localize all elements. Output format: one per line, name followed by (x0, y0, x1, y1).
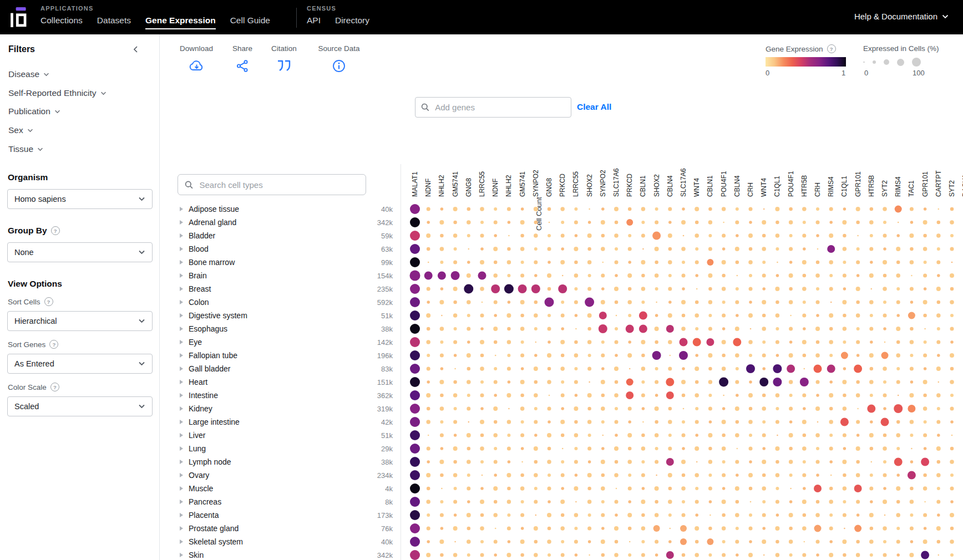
heatmap-dot[interactable] (626, 379, 633, 386)
heatmap-dot[interactable] (749, 274, 752, 277)
heatmap-dot[interactable] (410, 483, 420, 493)
heatmap-dot[interactable] (655, 513, 659, 517)
heatmap-dot[interactable] (802, 420, 807, 424)
heatmap-dot[interactable] (924, 447, 927, 450)
heatmap-dot[interactable] (936, 446, 941, 451)
heatmap-dot[interactable] (910, 540, 914, 543)
heatmap-dot[interactable] (666, 378, 674, 386)
heatmap-dot[interactable] (655, 460, 658, 464)
heatmap-dot[interactable] (683, 408, 685, 410)
heatmap-dot[interactable] (615, 380, 619, 384)
heatmap-dot[interactable] (950, 539, 954, 544)
heatmap-dot[interactable] (938, 381, 940, 383)
heatmap-dot[interactable] (708, 273, 712, 278)
heatmap-dot[interactable] (695, 487, 698, 490)
heatmap-dot[interactable] (480, 500, 484, 504)
heatmap-dot[interactable] (936, 500, 940, 504)
heatmap-dot[interactable] (883, 274, 887, 278)
heatmap-dot[interactable] (829, 420, 833, 424)
heatmap-dot[interactable] (910, 434, 913, 437)
heatmap-dot[interactable] (802, 260, 807, 264)
heatmap-dot[interactable] (802, 446, 807, 451)
heatmap-dot[interactable] (588, 434, 591, 437)
heatmap-dot[interactable] (682, 434, 686, 437)
heatmap-dot[interactable] (601, 274, 605, 278)
heatmap-dot[interactable] (588, 460, 591, 464)
heatmap-dot[interactable] (574, 301, 578, 304)
heatmap-dot[interactable] (615, 460, 619, 464)
heatmap-dot[interactable] (508, 408, 510, 410)
heatmap-dot[interactable] (464, 284, 473, 294)
heatmap-dot[interactable] (816, 287, 819, 291)
heatmap-dot[interactable] (670, 528, 671, 530)
heatmap-dot[interactable] (601, 500, 605, 503)
heatmap-dot[interactable] (814, 485, 822, 492)
organism-dropdown[interactable]: Homo sapiens (7, 189, 153, 209)
heatmap-dot[interactable] (762, 247, 766, 251)
heatmap-dot[interactable] (910, 500, 914, 504)
heatmap-dot[interactable] (440, 513, 444, 517)
heatmap-dot[interactable] (856, 434, 860, 437)
heatmap-dot[interactable] (641, 460, 645, 464)
heatmap-dot[interactable] (856, 221, 860, 225)
heatmap-dot[interactable] (668, 513, 672, 517)
heatmap-dot[interactable] (520, 539, 525, 544)
heatmap-dot[interactable] (722, 247, 726, 251)
heatmap-dot[interactable] (789, 433, 793, 437)
heatmap-dot[interactable] (508, 235, 510, 237)
heatmap-dot[interactable] (467, 527, 471, 531)
tissue-row[interactable]: Colon592k (160, 296, 401, 309)
heatmap-dot[interactable] (896, 314, 900, 317)
heatmap-dot[interactable] (534, 233, 538, 238)
heatmap-dot[interactable] (410, 377, 420, 387)
heatmap-dot[interactable] (547, 273, 551, 278)
gene-label[interactable]: CBLN1 (706, 175, 714, 197)
heatmap-dot[interactable] (426, 340, 430, 344)
tissue-row[interactable]: Bladder59k (160, 229, 401, 242)
gene-label[interactable]: NHLH2 (505, 175, 513, 197)
heatmap-dot[interactable] (843, 486, 847, 491)
heatmap-dot[interactable] (924, 287, 927, 291)
heatmap-dot[interactable] (883, 540, 886, 543)
question-icon[interactable]: ? (51, 226, 60, 235)
heatmap-dot[interactable] (453, 313, 458, 318)
heatmap-dot[interactable] (427, 540, 430, 543)
gene-label[interactable]: GPR101 (921, 171, 929, 197)
heatmap-dot[interactable] (480, 207, 484, 211)
heatmap-dot[interactable] (534, 487, 538, 490)
heatmap-dot[interactable] (736, 207, 739, 211)
heatmap-dot[interactable] (642, 421, 644, 423)
heatmap-dot[interactable] (520, 434, 524, 437)
heatmap-dot[interactable] (815, 273, 820, 278)
help-documentation-menu[interactable]: Help & Documentation (854, 12, 949, 21)
heatmap-dot[interactable] (615, 540, 619, 544)
heatmap-dot[interactable] (896, 353, 900, 358)
heatmap-dot[interactable] (936, 233, 941, 238)
nav-datasets[interactable]: Datasets (97, 16, 131, 29)
heatmap-dot[interactable] (655, 273, 659, 278)
heatmap-dot[interactable] (574, 340, 578, 344)
heatmap-dot[interactable] (587, 407, 591, 411)
heatmap-dot[interactable] (681, 247, 686, 251)
tissue-row[interactable]: Large intestine42k (160, 415, 401, 429)
heatmap-dot[interactable] (921, 458, 929, 466)
heatmap-dot[interactable] (507, 513, 510, 517)
heatmap-dot[interactable] (453, 420, 457, 424)
heatmap-dot[interactable] (655, 447, 658, 450)
heatmap-dot[interactable] (494, 447, 497, 450)
heatmap-dot[interactable] (883, 526, 887, 531)
heatmap-dot[interactable] (480, 540, 484, 543)
heatmap-dot[interactable] (453, 233, 458, 238)
heatmap-dot[interactable] (614, 233, 619, 238)
heatmap-dot[interactable] (817, 248, 819, 250)
heatmap-dot[interactable] (789, 420, 793, 424)
heatmap-dot[interactable] (803, 487, 806, 490)
heatmap-dot[interactable] (843, 207, 847, 211)
heatmap-dot[interactable] (575, 394, 578, 397)
heatmap-dot[interactable] (924, 328, 926, 330)
heatmap-dot[interactable] (843, 367, 847, 370)
heatmap-dot[interactable] (453, 526, 458, 531)
heatmap-dot[interactable] (829, 354, 833, 357)
heatmap-dot[interactable] (467, 353, 471, 358)
heatmap-dot[interactable] (641, 474, 645, 477)
